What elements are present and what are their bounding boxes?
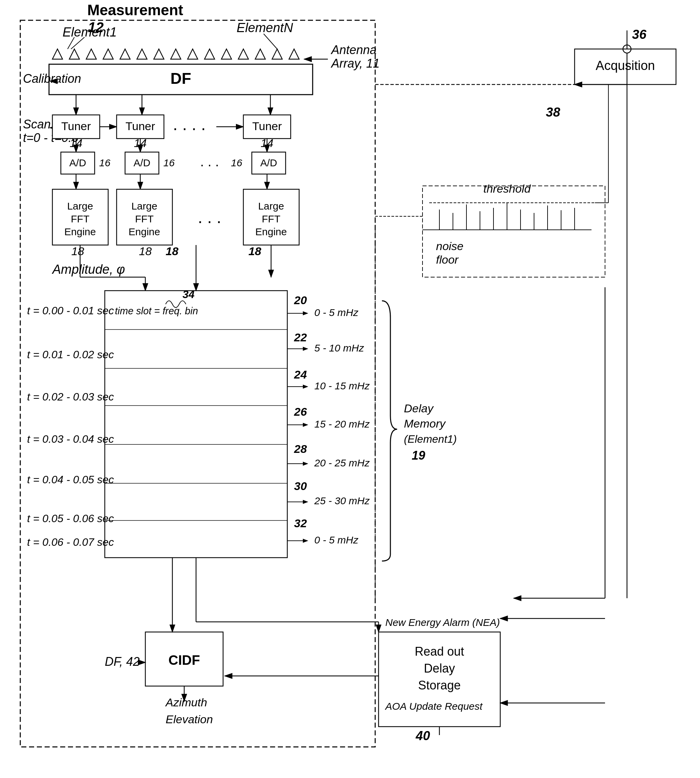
calibration-label: Calibration bbox=[23, 72, 81, 85]
read-out-l1: Read out bbox=[415, 645, 464, 658]
fftN-l3: Engine bbox=[255, 226, 287, 237]
freq7: 0 - 5 mHz bbox=[314, 534, 358, 545]
ref22: 22 bbox=[294, 331, 307, 344]
freq4: 15 - 20 mHz bbox=[314, 418, 370, 430]
fft1-ref: 18 bbox=[71, 245, 84, 258]
delay-memory-l2: Memory bbox=[404, 417, 446, 430]
ref34: 34 bbox=[183, 288, 195, 300]
nea-label: New Energy Alarm (NEA) bbox=[385, 617, 500, 628]
fft2-l1: Large bbox=[132, 200, 158, 212]
ref28: 28 bbox=[294, 442, 307, 455]
fft2-ref: 18 bbox=[139, 245, 152, 258]
freq3: 10 - 15 mHz bbox=[314, 380, 370, 391]
ts1-label: t = 0.00 - 0.01 sec bbox=[27, 305, 114, 317]
delay-memory-l1: Delay bbox=[404, 402, 434, 415]
ref38: 38 bbox=[546, 105, 560, 119]
ad1-label: A/D bbox=[69, 157, 86, 168]
dots1: . . . . bbox=[173, 115, 205, 134]
element1-ref: 12 bbox=[88, 19, 104, 35]
ref26: 26 bbox=[294, 405, 307, 418]
freq5: 20 - 25 mHz bbox=[314, 457, 370, 468]
azimuth-label: Azimuth bbox=[165, 696, 207, 709]
acquisition-label: Acqusition bbox=[595, 58, 655, 73]
ad2-ref: 16 bbox=[163, 157, 175, 168]
ref32: 32 bbox=[294, 517, 307, 530]
antenna-array-label: Antenna bbox=[330, 43, 377, 57]
ts5-label: t = 0.04 - 0.05 sec bbox=[27, 473, 114, 486]
scan-label: Scan bbox=[23, 117, 51, 131]
ad2-label: A/D bbox=[133, 157, 150, 168]
ref24: 24 bbox=[294, 368, 307, 381]
adN-ref: 16 bbox=[231, 157, 242, 168]
adN-label: A/D bbox=[260, 157, 277, 168]
freq1: 0 - 5 mHz bbox=[314, 307, 358, 318]
ts7-label: t = 0.06 - 0.07 sec bbox=[27, 536, 114, 548]
tuner1-label: Tuner bbox=[61, 120, 91, 132]
svg-rect-50 bbox=[105, 291, 287, 558]
delay-memory-l3: (Element1) bbox=[404, 433, 457, 445]
ts3-label: t = 0.02 - 0.03 sec bbox=[27, 391, 114, 403]
elevation-label: Elevation bbox=[166, 713, 213, 726]
threshold-label: threshold bbox=[483, 182, 531, 195]
read-out-l2: Delay bbox=[424, 661, 455, 675]
fft2-l3: Engine bbox=[128, 226, 160, 237]
ts4-label: t = 0.03 - 0.04 sec bbox=[27, 433, 114, 445]
fft2-ref-label2: 18 bbox=[166, 245, 178, 258]
timeslot-inner: time slot = freq. bin bbox=[115, 305, 198, 317]
fft2-l2: FFT bbox=[135, 213, 154, 225]
amplitude-label: Amplitude, φ bbox=[52, 262, 125, 277]
noise-floor-label: noise bbox=[436, 240, 463, 252]
delay-memory-ref: 19 bbox=[412, 448, 425, 462]
fft1-l3: Engine bbox=[64, 226, 96, 237]
measurement-title: Measurement bbox=[87, 2, 183, 18]
fftN-ref-label: 18 bbox=[248, 245, 261, 258]
ref30: 30 bbox=[294, 480, 307, 492]
fftN-l1: Large bbox=[258, 200, 284, 212]
ts6-label: t = 0.05 - 0.06 sec bbox=[27, 512, 114, 525]
noise-floor-label2: floor bbox=[436, 253, 459, 266]
ref40: 40 bbox=[415, 729, 430, 743]
freq2: 5 - 10 mHz bbox=[314, 342, 364, 353]
ref20: 20 bbox=[294, 294, 307, 307]
tunerN-label: Tuner bbox=[252, 120, 282, 132]
fft1-l2: FFT bbox=[71, 213, 90, 225]
df-label: DF bbox=[170, 70, 191, 87]
dots3: . . . bbox=[198, 208, 221, 227]
cidf-label: CIDF bbox=[168, 653, 200, 668]
diagram-container: Measurement Element1 12 ElementN Antenna… bbox=[0, 0, 700, 778]
elementN-label: ElementN bbox=[237, 21, 293, 35]
df42-label: DF, 42 bbox=[105, 655, 140, 668]
read-out-l3: Storage bbox=[418, 678, 461, 692]
ad1-ref: 16 bbox=[99, 157, 110, 168]
aoa-label: AOA Update Request bbox=[385, 701, 483, 712]
tuner2-label: Tuner bbox=[125, 120, 155, 132]
fftN-l2: FFT bbox=[262, 213, 280, 225]
dots2: . . . bbox=[200, 154, 219, 169]
fft1-l1: Large bbox=[67, 200, 93, 212]
ref36: 36 bbox=[632, 27, 647, 42]
ts2-label: t = 0.01 - 0.02 sec bbox=[27, 348, 114, 361]
freq6: 25 - 30 mHz bbox=[314, 495, 370, 506]
antenna-array-label2: Array, 11 bbox=[330, 57, 380, 70]
